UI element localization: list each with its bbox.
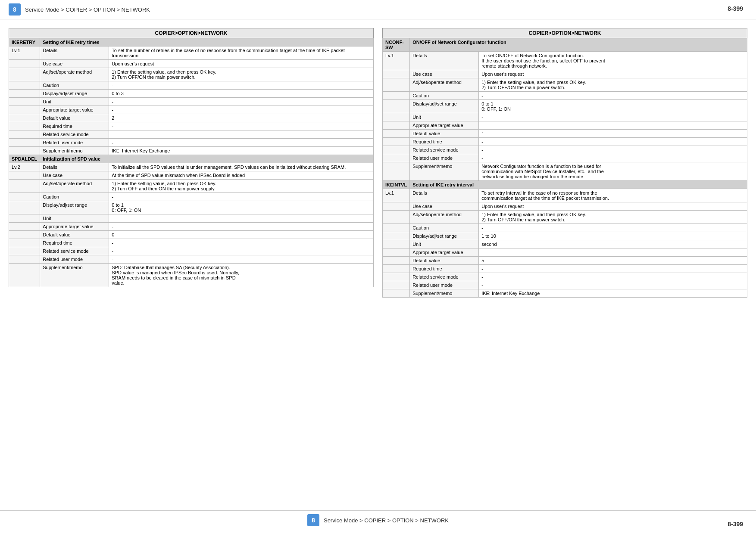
row-key: Adj/set/operate method: [410, 211, 479, 224]
row-key: Related user mode: [40, 139, 109, 147]
row-key: Required time: [410, 265, 479, 273]
row-value: -: [479, 248, 747, 257]
row-key: Related user mode: [410, 154, 479, 162]
section-id: IKERETRY: [9, 38, 40, 47]
row-value: -: [109, 223, 374, 231]
breadcrumb: Service Mode > COPIER > OPTION > NETWORK: [25, 6, 150, 13]
row-key: Details: [410, 189, 479, 202]
row-value: 0 to 1 0: OFF, 1: ON: [109, 201, 374, 214]
row-level: [9, 130, 40, 139]
row-key: Supplement/memo: [410, 289, 479, 298]
table-row: Use caseUpon user's request: [9, 60, 374, 68]
row-key: Caution: [40, 193, 109, 201]
table-row: Caution-: [9, 81, 374, 90]
row-value: -: [109, 139, 374, 147]
table-row: Default value0: [9, 231, 374, 239]
row-level: [9, 122, 40, 130]
right-table-title: COPIER>OPTION>NETWORK: [383, 28, 747, 38]
row-key: Caution: [410, 92, 479, 100]
section-id: SPDALDEL: [9, 155, 40, 163]
row-level: [383, 273, 410, 281]
row-level: [9, 239, 40, 247]
row-level: [9, 147, 40, 155]
row-value: -: [479, 273, 747, 281]
table-row: Related user mode-: [9, 255, 374, 264]
row-level: [9, 139, 40, 147]
page-number-top: 8-399: [728, 5, 743, 12]
table-row: Unitsecond: [383, 240, 747, 248]
row-key: Required time: [40, 239, 109, 247]
row-level: [9, 201, 40, 214]
row-level: Lv.1: [9, 47, 40, 60]
row-level: [383, 240, 410, 248]
row-level: [383, 78, 410, 92]
row-value: -: [109, 130, 374, 139]
row-value: SPD: Database that manages SA (Security …: [109, 264, 374, 287]
row-value: To set ON/OFF of Network Configurator fu…: [479, 52, 747, 70]
row-key: Default value: [410, 130, 479, 138]
table-row: Related user mode-: [383, 154, 747, 162]
row-key: Required time: [410, 138, 479, 146]
row-level: [9, 193, 40, 201]
row-key: Supplement/memo: [410, 162, 479, 181]
table-row: Use caseUpon user's request: [383, 70, 747, 78]
table-row: SPDALDELInitialization of SPD value: [9, 155, 374, 163]
row-value: -: [109, 81, 374, 90]
row-value: Upon user's request: [479, 70, 747, 78]
right-table-container: COPIER>OPTION>NETWORK NCONF-SWON/OFF of …: [382, 28, 747, 298]
row-value: IKE: Internet Key Exchange: [479, 289, 747, 298]
table-row: Lv.2DetailsTo initialize all the SPD val…: [9, 163, 374, 171]
row-value: -: [479, 113, 747, 121]
row-level: [383, 265, 410, 273]
row-key: Default value: [410, 257, 479, 265]
footer-breadcrumb: Service Mode > COPIER > OPTION > NETWORK: [324, 517, 449, 524]
row-value: -: [479, 265, 747, 273]
row-value: IKE: Internet Key Exchange: [109, 147, 374, 155]
row-value: 0: [109, 231, 374, 239]
row-value: -: [479, 92, 747, 100]
row-level: [9, 264, 40, 287]
table-row: Adj/set/operate method1) Enter the setti…: [9, 180, 374, 193]
row-level: [383, 121, 410, 130]
table-row: Related user mode-: [383, 281, 747, 289]
row-value: -: [109, 106, 374, 114]
table-row: Caution-: [383, 224, 747, 232]
row-value: To set retry interval in the case of no …: [479, 189, 747, 202]
row-value: second: [479, 240, 747, 248]
row-key: Unit: [410, 240, 479, 248]
table-row: Required time-: [9, 239, 374, 247]
row-value: -: [109, 98, 374, 106]
table-row: Appropriate target value-: [9, 223, 374, 231]
row-key: Related service mode: [40, 247, 109, 255]
table-row: Unit-: [9, 214, 374, 223]
table-row: Supplement/memoIKE: Internet Key Exchang…: [383, 289, 747, 298]
row-key: Use case: [40, 60, 109, 68]
table-row: Adj/set/operate method1) Enter the setti…: [383, 211, 747, 224]
row-level: [9, 171, 40, 180]
row-value: -: [109, 122, 374, 130]
table-row: NCONF-SWON/OFF of Network Configurator f…: [383, 38, 747, 52]
row-level: [9, 231, 40, 239]
row-key: Use case: [40, 171, 109, 180]
table-row: Appropriate target value-: [383, 248, 747, 257]
left-table-title: COPIER>OPTION>NETWORK: [9, 28, 374, 38]
row-key: Adj/set/operate method: [40, 180, 109, 193]
table-row: Appropriate target value-: [383, 121, 747, 130]
table-row: Display/adj/set range1 to 10: [383, 232, 747, 240]
row-level: [9, 180, 40, 193]
row-level: [383, 92, 410, 100]
row-value: -: [479, 154, 747, 162]
table-row: Required time-: [9, 122, 374, 130]
footer-icon: 8: [307, 514, 319, 526]
row-value: -: [109, 214, 374, 223]
row-level: [383, 232, 410, 240]
row-level: [9, 247, 40, 255]
row-value: To set the number of retries in the case…: [109, 47, 374, 60]
row-value: 1) Enter the setting value, and then pre…: [109, 68, 374, 81]
row-key: Use case: [410, 70, 479, 78]
row-value: At the time of SPD value mismatch when I…: [109, 171, 374, 180]
section-icon: 8: [9, 3, 21, 16]
table-row: Use caseUpon user's request: [383, 202, 747, 211]
row-key: Unit: [410, 113, 479, 121]
table-row: Default value5: [383, 257, 747, 265]
